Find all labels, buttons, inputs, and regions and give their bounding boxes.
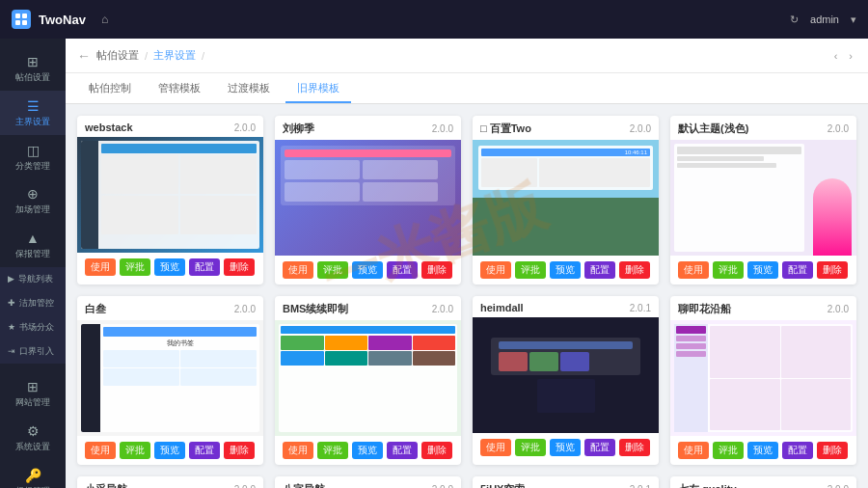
theme-name-bazhi: 八字导航 [283, 482, 325, 488]
btn-review-two[interactable]: 评批 [515, 261, 546, 279]
btn-delete-heimdall[interactable]: 删除 [619, 439, 650, 456]
theme-version-bms: 2.0.0 [432, 304, 453, 314]
home-sidebar-icon: ⊞ [27, 54, 39, 69]
btn-preview-bms[interactable]: 预览 [352, 442, 383, 459]
sidebar-sub-navlist[interactable]: ▶ 导航列表 [0, 267, 66, 291]
permission-icon: 🔑 [25, 468, 41, 483]
sidebar-item-category[interactable]: ◫ 分类管理 [0, 135, 66, 179]
website-icon: ⊞ [27, 379, 39, 394]
theme-version-liuliuji: 2.0.0 [432, 123, 453, 134]
btn-config-default[interactable]: 配置 [782, 261, 813, 279]
theme-preview-bms [275, 320, 461, 436]
btn-use-chat[interactable]: 使用 [678, 442, 709, 459]
breadcrumb-back[interactable]: ← [77, 48, 91, 64]
btn-use-baisan[interactable]: 使用 [85, 442, 116, 459]
theme-version-bazhi: 2.0.0 [432, 484, 453, 488]
sidebar-label-home: 帖伯设置 [15, 72, 50, 83]
add-sidebar-icon: ⊕ [27, 186, 39, 202]
nav-arrows: ‹ › [830, 48, 856, 64]
btn-preview-heimdall[interactable]: 预览 [550, 439, 581, 456]
sidebar-label-system: 系统设置 [15, 442, 50, 452]
btn-preview-two[interactable]: 预览 [550, 261, 581, 279]
sidebar-item-system[interactable]: ⚙ 系统设置 [0, 416, 66, 460]
btn-delete-liuliuji[interactable]: 删除 [421, 261, 452, 279]
main-sidebar-icon: ☰ [27, 98, 40, 114]
sidebar: ⊞ 帖伯设置 ☰ 主界设置 ◫ 分类管理 ⊕ 加场管理 ▲ 保报管理 ▶ 导航列… [0, 39, 66, 488]
btn-preview-chat[interactable]: 预览 [747, 442, 778, 459]
sidebar-sub-bookmark[interactable]: ★ 书场分众 [0, 315, 66, 339]
btn-use-liuliuji[interactable]: 使用 [283, 261, 313, 279]
app-title: TwoNav [39, 13, 86, 27]
sidebar-label-main: 主界设置 [15, 117, 50, 127]
tab-transition[interactable]: 过渡模板 [216, 75, 282, 103]
refresh-icon[interactable]: ↻ [790, 14, 799, 26]
btn-delete-default[interactable]: 删除 [817, 261, 848, 279]
tab-template[interactable]: 管辖模板 [147, 75, 212, 103]
btn-preview-default[interactable]: 预览 [747, 261, 778, 279]
btn-review-default[interactable]: 评批 [713, 261, 744, 279]
admin-label: admin [810, 14, 839, 25]
chevron-down-icon[interactable]: ▾ [851, 14, 856, 26]
theme-preview-heimdall [473, 317, 659, 433]
btn-delete-two[interactable]: 删除 [619, 261, 650, 279]
theme-card-default: 默认主题(浅色) 2.0.0 [670, 116, 856, 285]
btn-review-bms[interactable]: 评批 [317, 442, 348, 459]
sidebar-item-main[interactable]: ☰ 主界设置 [0, 91, 66, 135]
nav-next-arrow[interactable]: › [845, 48, 856, 64]
btn-preview-liuliuji[interactable]: 预览 [352, 261, 383, 279]
import-label: 口界引入 [19, 345, 54, 358]
theme-card-webstack: webstack 2.0.0 [77, 116, 263, 285]
sidebar-item-permission[interactable]: 🔑 权权管理 [0, 460, 66, 488]
btn-delete-baisan[interactable]: 删除 [224, 442, 255, 459]
theme-card-bms: BMS续续即制 2.0.0 [275, 296, 461, 465]
sidebar-item-add[interactable]: ⊕ 加场管理 [0, 178, 66, 223]
tab-control[interactable]: 帖伯控制 [77, 75, 143, 103]
btn-config-liuliuji[interactable]: 配置 [387, 261, 418, 279]
btn-config-bms[interactable]: 配置 [387, 442, 418, 459]
btn-use-two[interactable]: 使用 [480, 261, 511, 279]
theme-card-heimdall: heimdall 2.0.1 [473, 296, 659, 465]
theme-name-baisan: 白叁 [85, 302, 106, 316]
btn-review-chat[interactable]: 评批 [713, 442, 744, 459]
btn-delete-chat[interactable]: 删除 [817, 442, 848, 459]
sidebar-sub-control[interactable]: ✚ 洁加管控 [0, 291, 66, 315]
btn-config-webstack[interactable]: 配置 [189, 258, 220, 276]
sidebar-item-home[interactable]: ⊞ 帖伯设置 [0, 46, 66, 91]
theme-card-chat: 聊即花沿船 2.0.0 [670, 296, 856, 465]
theme-name-xiaocai: 小采导航 [85, 482, 127, 488]
btn-review-heimdall[interactable]: 评批 [515, 439, 546, 456]
theme-name-qiyou: 七友·quality [678, 482, 737, 488]
sidebar-item-website[interactable]: ⊞ 网站管理 [0, 371, 66, 416]
btn-config-baisan[interactable]: 配置 [189, 442, 220, 459]
btn-preview-webstack[interactable]: 预览 [154, 258, 185, 276]
btn-use-bms[interactable]: 使用 [283, 442, 313, 459]
btn-config-two[interactable]: 配置 [584, 261, 615, 279]
btn-review-webstack[interactable]: 评批 [120, 258, 150, 276]
theme-version-heimdall: 2.0.1 [630, 303, 651, 313]
theme-preview-baisan: 我的书签 [77, 320, 263, 436]
sidebar-item-report[interactable]: ▲ 保报管理 [0, 223, 66, 267]
theme-version-qiyou: 2.0.0 [827, 484, 849, 488]
theme-version-5iux: 2.0.1 [630, 484, 651, 488]
navlist-label: 导航列表 [18, 273, 53, 285]
btn-delete-webstack[interactable]: 删除 [224, 258, 255, 276]
theme-card-liuliuji: 刘柳季 2.0.0 [275, 116, 461, 285]
breadcrumb-home[interactable]: 帖伯设置 [96, 48, 139, 63]
btn-review-baisan[interactable]: 评批 [120, 442, 150, 459]
btn-use-webstack[interactable]: 使用 [85, 258, 116, 276]
btn-use-heimdall[interactable]: 使用 [480, 439, 511, 456]
btn-review-liuliuji[interactable]: 评批 [317, 261, 348, 279]
btn-config-heimdall[interactable]: 配置 [584, 439, 615, 456]
theme-preview-default [670, 140, 856, 256]
nav-prev-arrow[interactable]: ‹ [830, 48, 842, 64]
btn-use-default[interactable]: 使用 [678, 261, 709, 279]
btn-delete-bms[interactable]: 删除 [421, 442, 452, 459]
content-area: ← 帖伯设置 / 主界设置 / ‹ › 帖伯控制 管辖模板 过渡模板 旧界模板 … [66, 39, 868, 488]
btn-config-chat[interactable]: 配置 [782, 442, 813, 459]
system-icon: ⚙ [27, 423, 40, 439]
tab-old-theme[interactable]: 旧界模板 [285, 75, 351, 103]
sidebar-sub-import[interactable]: ⇥ 口界引入 [0, 339, 66, 364]
svg-rect-3 [22, 20, 27, 25]
bookmark-icon: ★ [8, 322, 15, 332]
btn-preview-baisan[interactable]: 预览 [154, 442, 185, 459]
